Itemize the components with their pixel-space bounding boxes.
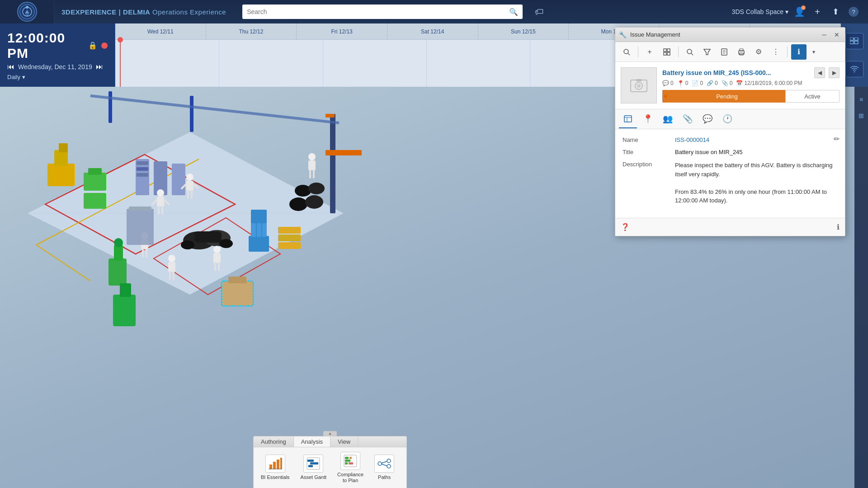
info-active-button[interactable]: ℹ [791,44,807,60]
svg-rect-73 [168,262,175,272]
toolbar-separator-2 [678,47,679,57]
add-issue-button[interactable]: + [642,44,657,60]
share-button[interactable]: ⬆ [828,5,843,19]
help-button[interactable]: ? [846,5,861,19]
grid-line-2 [323,40,323,87]
right-panel-icon-1[interactable]: ≡ [859,96,863,103]
svg-rect-27 [137,167,148,171]
svg-point-105 [637,84,641,88]
right-panel-icon-2[interactable]: ⊞ [859,112,864,119]
logo-circle [17,2,37,22]
issue-management-panel: 🔧 Issue Management ─ ✕ + ⚙ ⋮ ℹ ▾ [615,27,845,236]
asset-gantt-tool[interactable]: Asset Gantt [297,453,330,482]
issue-footer: ❓ ℹ [615,218,845,236]
bi-essentials-icon [265,455,285,473]
next-issue-button[interactable]: ▶ [829,67,840,78]
svg-rect-20 [84,173,106,191]
tab-comments[interactable]: 💬 [698,110,717,128]
svg-rect-92 [667,52,670,55]
grid-view-button[interactable] [845,33,863,49]
tab-table[interactable] [619,110,637,128]
tab-attachment[interactable]: 📎 [679,110,697,128]
wifi-button[interactable] [845,61,863,77]
svg-rect-111 [273,462,276,469]
help-button[interactable]: ❓ [621,223,630,231]
time-clock: 12:00:00 PM 🔒 [7,30,108,61]
collab-space-button[interactable]: 3DS Collab Space ▾ [732,8,788,15]
svg-point-76 [213,246,221,253]
settings-button[interactable]: ⚙ [751,44,766,60]
help-icon: ? [849,7,859,17]
tab-authoring[interactable]: Authoring [254,436,294,447]
search-filter-button[interactable] [682,44,698,60]
svg-rect-6 [854,38,858,40]
grid-view-button[interactable] [659,44,675,60]
active-status[interactable]: Active [785,90,840,103]
name-label: Name [623,136,668,143]
svg-point-58 [186,174,193,181]
bi-essentials-label: BI Essentials [261,474,290,480]
svg-rect-34 [249,236,269,252]
timeline-day-4: Sun 12/15 [478,23,569,39]
print-button[interactable] [734,44,749,60]
minimize-button[interactable]: ─ [820,30,829,39]
field-title: Title Battery issue on MIR_245 [623,149,838,155]
svg-rect-77 [213,253,221,263]
add-button[interactable]: + [810,5,825,19]
wifi-icon [850,66,859,73]
calendar-icon: 📅 [736,80,743,86]
pending-status[interactable]: Pending [669,90,785,103]
description-label: Description [623,161,668,205]
tag-icon[interactable]: 🏷 [532,4,547,19]
search-bar[interactable]: 🔍 [242,5,523,19]
navbar: 3DEXPERIENCE | DELMIA Operations Experie… [0,0,868,23]
svg-rect-19 [59,143,68,152]
paths-tool[interactable]: Paths [371,453,398,482]
factory-scene-svg [0,87,393,349]
plus-icon: + [815,7,820,17]
info-button[interactable]: ℹ [837,223,840,231]
svg-point-87 [624,49,628,54]
search-input[interactable] [247,8,509,15]
prev-issue-button[interactable]: ◀ [814,67,825,78]
more-options-button[interactable]: ⋮ [768,44,783,60]
svg-line-14 [36,245,90,281]
grid-line-1 [219,40,219,87]
tab-history[interactable]: 🕐 [718,110,736,128]
tab-analysis[interactable]: Analysis [294,436,330,447]
tab-view[interactable]: View [330,436,358,447]
interval-selector[interactable]: Daily ▾ [7,74,108,80]
svg-rect-17 [47,164,75,186]
close-button[interactable]: ✕ [832,30,841,39]
svg-marker-95 [704,49,710,55]
timeline-cursor-handle[interactable] [118,37,123,42]
document-button[interactable] [717,44,732,60]
svg-point-2 [26,6,28,9]
collapse-button[interactable]: ▲ [323,431,337,436]
prev-date-button[interactable]: ⏮ [7,63,14,71]
svg-rect-59 [186,181,193,191]
compliance-to-plan-tool[interactable]: Compliance to Plan [334,450,367,485]
issue-toolbar: + ⚙ ⋮ ℹ ▾ [615,42,845,62]
user-profile-button[interactable]: 👤 1 [792,5,807,19]
svg-rect-50 [114,245,123,261]
svg-point-72 [168,255,175,262]
next-date-button[interactable]: ⏭ [96,63,103,71]
share-icon: ⬆ [832,7,839,17]
tab-people[interactable]: 👥 [659,110,677,128]
bi-essentials-tool[interactable]: BI Essentials [257,453,293,482]
panel-dropdown-button[interactable]: ▾ [808,44,819,60]
svg-rect-90 [667,49,670,52]
app-logo[interactable] [0,0,54,23]
issue-title-row: Battery issue on MIR_245 (ISS-000... ◀ ▶ [662,67,840,78]
svg-point-43 [305,195,323,209]
svg-rect-22 [84,193,106,209]
edit-button[interactable]: ✏ [834,135,840,143]
search-tool-button[interactable] [619,44,634,60]
filter-button[interactable] [699,44,715,60]
compliance-to-plan-label: Compliance to Plan [337,472,363,483]
tab-location[interactable]: 📍 [639,110,657,128]
issue-title-text: Battery issue on MIR_245 (ISS-000... [662,69,811,76]
name-value: ISS-0000014 [675,136,838,143]
description-value: Please inspect the battery of this AGV. … [675,161,838,205]
